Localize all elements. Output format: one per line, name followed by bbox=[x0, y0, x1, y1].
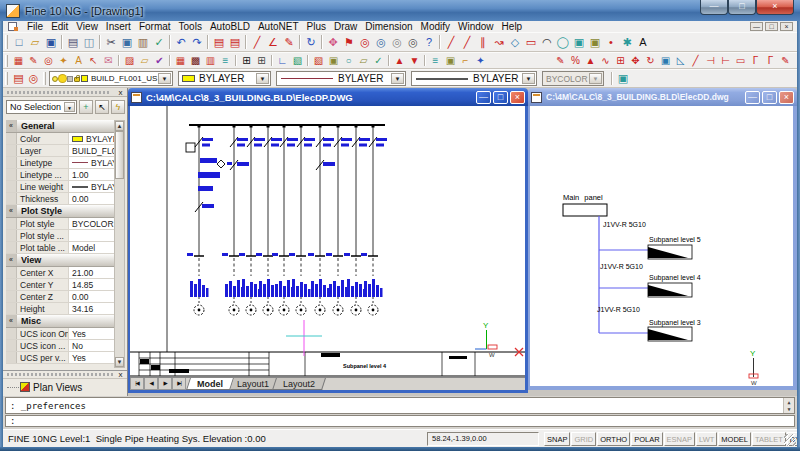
command-scrollbar[interactable]: ▲▼ bbox=[783, 398, 794, 413]
bld-zoom-icon[interactable]: ◎ bbox=[41, 54, 56, 68]
eq4-icon[interactable]: ✦ bbox=[473, 54, 488, 68]
menu-autobld[interactable]: AutoBLD bbox=[206, 21, 254, 32]
menu-plus[interactable]: Plus bbox=[303, 21, 330, 32]
draw-mline-icon[interactable]: ∥ bbox=[475, 35, 491, 50]
draw-rect-icon[interactable]: ▭ bbox=[523, 35, 539, 50]
menu-format[interactable]: Format bbox=[135, 21, 175, 32]
match-properties-icon[interactable]: ✓ bbox=[151, 35, 167, 50]
paste-icon[interactable]: ▥ bbox=[135, 35, 151, 50]
color-combo-arrow[interactable]: ▼ bbox=[256, 73, 269, 84]
mod-move-icon[interactable]: ✥ bbox=[628, 54, 643, 68]
quick-select-button[interactable]: ϟ bbox=[111, 100, 125, 114]
zoom-out-icon[interactable]: ◎ bbox=[373, 35, 389, 50]
menu-file[interactable]: File bbox=[23, 21, 47, 32]
section-misc[interactable]: «Misc bbox=[6, 315, 114, 328]
property-row[interactable]: Line weightBYLAYER bbox=[6, 181, 114, 193]
draw-polygon-icon[interactable]: ◇ bbox=[507, 35, 523, 50]
property-row[interactable]: LayerBUILD_FL001_US bbox=[6, 145, 114, 157]
angle-icon[interactable]: ∠ bbox=[265, 35, 281, 50]
plot-check-icon[interactable]: ▤ bbox=[211, 35, 227, 50]
palette-close-icon[interactable]: x bbox=[116, 88, 125, 97]
select-objects-button[interactable]: ↖ bbox=[95, 100, 109, 114]
close-button[interactable]: × bbox=[756, 0, 794, 15]
draw-line-icon[interactable]: ╱ bbox=[443, 35, 459, 50]
toggle-polar[interactable]: POLAR bbox=[631, 432, 662, 446]
bld-folder-icon[interactable]: ▱ bbox=[137, 54, 152, 68]
menu-help[interactable]: Help bbox=[498, 21, 527, 32]
property-row[interactable]: Center Z0.00 bbox=[6, 291, 114, 303]
menu-tools[interactable]: Tools bbox=[175, 21, 206, 32]
layer-combo[interactable]: BUILD_FL001_US ▼ bbox=[49, 71, 173, 86]
zoom-in-icon[interactable]: ◎ bbox=[357, 35, 373, 50]
mod-rotate-icon[interactable]: ↻ bbox=[643, 54, 658, 68]
bld-brush-icon[interactable]: ▨ bbox=[122, 54, 137, 68]
eq3-icon[interactable]: ⌐ bbox=[458, 54, 473, 68]
property-row[interactable]: UCS per v...Yes bbox=[6, 352, 114, 364]
palette-header[interactable]: x bbox=[3, 88, 127, 97]
lineweight-combo[interactable]: BYLAYER ▼ bbox=[411, 71, 537, 86]
bld-grab-icon[interactable]: ✦ bbox=[56, 54, 71, 68]
draw-arc-icon[interactable]: ◠ bbox=[539, 35, 555, 50]
linetype-combo[interactable]: BYLAYER ▼ bbox=[276, 71, 406, 86]
command-input[interactable]: : bbox=[5, 415, 795, 427]
layers-icon[interactable]: ≡ bbox=[218, 54, 233, 68]
plan-views-close-icon[interactable]: x bbox=[116, 370, 125, 379]
mdi-close-button[interactable]: × bbox=[780, 22, 793, 31]
selection-combo-arrow[interactable]: ▼ bbox=[64, 102, 75, 112]
pickadd-toggle-button[interactable]: + bbox=[79, 100, 93, 114]
fill-icon[interactable]: ▧ bbox=[290, 54, 305, 68]
tab-last-button[interactable]: ▶| bbox=[172, 378, 186, 390]
layer-tool-icon[interactable]: ▤ bbox=[11, 71, 26, 86]
mod-array-icon[interactable]: ⊞ bbox=[613, 54, 628, 68]
mod-break-icon[interactable]: ▭ bbox=[733, 54, 748, 68]
minimize-button[interactable]: — bbox=[700, 0, 728, 15]
menu-autonet[interactable]: AutoNET bbox=[254, 21, 303, 32]
plan-views-header[interactable]: x bbox=[3, 371, 127, 379]
elecdp-title-bar[interactable]: C:\4M\CALC\8_3_BUILDING.BLD\ElecDP.DWG —… bbox=[128, 88, 528, 106]
property-row[interactable]: Plot style ... bbox=[6, 230, 114, 242]
menu-dimension[interactable]: Dimension bbox=[361, 21, 416, 32]
zoom-realtime-icon[interactable]: ⚑ bbox=[341, 35, 357, 50]
mod-mirror-icon[interactable]: ▲ bbox=[583, 54, 598, 68]
section-general[interactable]: «General bbox=[6, 120, 114, 133]
toggle-grid[interactable]: GRID bbox=[571, 432, 596, 446]
regen-icon[interactable]: ↻ bbox=[303, 35, 319, 50]
elecdd-canvas[interactable]: Main panelJ1VV-R 5G10Subpanel level 5J1V… bbox=[530, 106, 793, 386]
scroll-up-icon[interactable]: ▲ bbox=[115, 121, 124, 131]
palette-scrollbar[interactable]: ▲ ▼ bbox=[114, 120, 125, 368]
title-bar[interactable]: Fine 10 NG - [Drawing1] — □ × bbox=[0, 0, 800, 21]
bld-text-icon[interactable]: A bbox=[71, 54, 86, 68]
plot-edit-icon[interactable]: ▤ bbox=[227, 35, 243, 50]
bld-pick-icon[interactable]: ↖ bbox=[86, 54, 101, 68]
win1-icon[interactable]: ▧ bbox=[311, 54, 326, 68]
property-row[interactable]: Plot table ...Model bbox=[6, 242, 114, 254]
property-row[interactable]: Center X21.00 bbox=[6, 267, 114, 279]
menu-window[interactable]: Window bbox=[454, 21, 498, 32]
print-icon[interactable]: ▤ bbox=[65, 35, 81, 50]
toggle-esnap[interactable]: ESNAP bbox=[664, 432, 695, 446]
layer-combo-arrow[interactable]: ▼ bbox=[158, 73, 171, 84]
bld-wall-icon[interactable]: ▦ bbox=[11, 54, 26, 68]
draw-point-icon[interactable]: • bbox=[603, 35, 619, 50]
color-combo[interactable]: BYLAYER ▼ bbox=[178, 71, 271, 86]
tab-prev-button[interactable]: ◀ bbox=[144, 378, 158, 390]
property-row[interactable]: UCS icon OnYes bbox=[6, 328, 114, 340]
wall-red-icon[interactable]: ▥ bbox=[203, 54, 218, 68]
pen-icon[interactable]: ✎ bbox=[281, 35, 297, 50]
bld-mail-icon[interactable]: ✉ bbox=[101, 54, 116, 68]
property-row[interactable]: Center Y14.85 bbox=[6, 279, 114, 291]
scroll-thumb[interactable] bbox=[115, 131, 124, 179]
help-icon[interactable]: ? bbox=[421, 35, 437, 50]
pan-icon[interactable]: ✥ bbox=[325, 35, 341, 50]
tab-layout2[interactable]: Layout2 bbox=[272, 378, 326, 390]
eq1-icon[interactable]: ≡ bbox=[428, 54, 443, 68]
tri-up-icon[interactable]: ▲ bbox=[392, 54, 407, 68]
tab-first-button[interactable]: |◀ bbox=[130, 378, 144, 390]
property-row[interactable]: Plot styleBYCOLOR bbox=[6, 218, 114, 230]
plan-views-item[interactable]: Plan Views bbox=[3, 379, 127, 395]
bld-edit-icon[interactable]: ✎ bbox=[26, 54, 41, 68]
toggle-tablet[interactable]: TABLET bbox=[752, 432, 786, 446]
menu-view[interactable]: View bbox=[72, 21, 102, 32]
bld-check-icon[interactable]: ✔ bbox=[152, 54, 167, 68]
toggle-lwt[interactable]: LWT bbox=[696, 432, 717, 446]
